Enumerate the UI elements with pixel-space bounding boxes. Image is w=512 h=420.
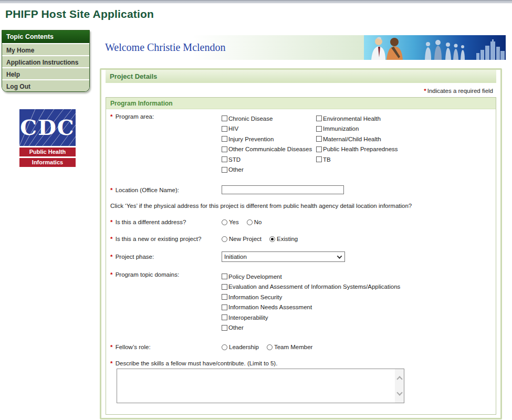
cdc-informatics-bar: Informatics [19, 158, 76, 167]
radio-new-project[interactable]: New Project [222, 236, 262, 242]
location-input[interactable] [222, 185, 344, 194]
checkbox-label: STD [228, 156, 241, 163]
required-asterisk: * [424, 88, 426, 94]
checkbox-icon[interactable] [222, 314, 227, 320]
checkbox-environmental-health[interactable]: Environmental Health [316, 113, 398, 124]
program-area-label-text: Program area: [116, 113, 154, 120]
required-field-note: *Indicates a required field [106, 83, 496, 97]
checkbox-icon[interactable] [222, 126, 227, 132]
textarea-scrollbar[interactable] [395, 369, 404, 403]
chevron-down-icon [337, 254, 342, 259]
checkbox-icon[interactable] [222, 146, 227, 152]
radio-icon[interactable] [222, 219, 227, 225]
cdc-acronym: CDC [20, 117, 75, 138]
checkbox-icon[interactable] [222, 167, 227, 173]
radio-icon[interactable] [222, 344, 227, 350]
checkbox-std[interactable]: STD [222, 154, 316, 165]
cdc-logo-blue-box: CDC [19, 109, 76, 146]
checkbox-label: Information Needs Assessment [228, 304, 312, 310]
radio-icon-selected[interactable] [269, 236, 275, 242]
location-row: * Location (Office Name): [110, 185, 344, 194]
checkbox-label: Maternal/Child Health [323, 136, 381, 142]
radio-different-address-yes[interactable]: Yes [222, 219, 239, 225]
radio-leadership[interactable]: Leadership [222, 344, 259, 350]
checkbox-hiv[interactable]: HIV [222, 124, 316, 134]
checkbox-interoperability[interactable]: Interoperability [222, 312, 400, 323]
checkbox-label: Other [228, 166, 244, 173]
checkbox-chronic-disease[interactable]: Chronic Disease [222, 113, 316, 124]
checkbox-icon[interactable] [316, 116, 322, 121]
radio-icon[interactable] [247, 219, 253, 225]
sidebar-item-my-home[interactable]: My Home [2, 43, 89, 55]
checkbox-icon[interactable] [222, 294, 227, 300]
checkbox-label: Other Communicable Diseases [228, 146, 312, 152]
program-area-label: * Program area: [110, 113, 222, 175]
checkbox-icon[interactable] [316, 136, 322, 142]
checkbox-evaluation-assessment[interactable]: Evaluation and Assessment of Information… [222, 282, 400, 292]
radio-different-address-no[interactable]: No [247, 219, 262, 225]
checkbox-policy-development[interactable]: Policy Development [222, 271, 400, 282]
checkbox-icon[interactable] [222, 284, 227, 290]
welcome-banner-gradient: Welcome Christie Mclendon [100, 35, 364, 60]
checkbox-icon[interactable] [316, 156, 322, 162]
checkbox-icon[interactable] [222, 136, 227, 142]
sidebar-item-application-instructions[interactable]: Application Instructions [2, 55, 89, 67]
checkbox-icon[interactable] [222, 274, 227, 279]
checkbox-tb[interactable]: TB [316, 154, 398, 165]
sidebar-header: Topic Contents [2, 30, 89, 43]
location-label-text: Location (Office Name): [116, 187, 179, 193]
checkbox-public-health-preparedness[interactable]: Public Health Preparedness [316, 144, 398, 155]
checkbox-maternal-child-health[interactable]: Maternal/Child Health [316, 134, 398, 144]
checkbox-icon[interactable] [222, 325, 227, 331]
checkbox-other-program-area[interactable]: Other [222, 165, 316, 175]
checkbox-label: Other [228, 324, 244, 331]
checkbox-icon[interactable] [222, 156, 227, 162]
checkbox-icon[interactable] [316, 146, 322, 152]
checkbox-immunization[interactable]: Immunization [316, 124, 398, 134]
address-note: Click ‘Yes’ if the physical address for … [110, 203, 501, 209]
radio-team-member[interactable]: Team Member [267, 344, 313, 350]
fellows-role-label: * Fellow’s role: [110, 344, 222, 350]
required-asterisk: * [110, 236, 112, 242]
radio-label: Existing [277, 236, 298, 242]
checkbox-label: Information Security [228, 294, 282, 300]
skills-textarea[interactable] [117, 369, 404, 403]
radio-label: Yes [229, 219, 239, 225]
checkbox-injury-prevention[interactable]: Injury Prevention [222, 134, 316, 144]
people-skyline-photo [364, 35, 506, 60]
checkbox-information-needs-assessment[interactable]: Information Needs Assessment [222, 302, 400, 313]
topic-domains-label-text: Program topic domains: [116, 271, 179, 278]
program-information-box: Program Information * Program area: Chro… [106, 97, 496, 415]
checkbox-label: HIV [228, 125, 238, 132]
checkbox-label: Environmental Health [323, 116, 381, 122]
project-phase-select[interactable]: Initiation [222, 251, 345, 262]
radio-icon[interactable] [267, 344, 273, 350]
checkbox-other-topic-domain[interactable]: Other [222, 323, 400, 333]
scroll-up-icon[interactable] [396, 376, 402, 382]
page-title: PHIFP Host Site Application [5, 8, 154, 20]
sidebar-item-help[interactable]: Help [2, 67, 89, 79]
checkbox-icon[interactable] [222, 304, 227, 310]
checkbox-other-communicable-diseases[interactable]: Other Communicable Diseases [222, 144, 316, 155]
required-asterisk: * [110, 271, 112, 278]
checkbox-label: Policy Development [228, 274, 282, 280]
project-phase-label-text: Project phase: [116, 254, 154, 260]
radio-label: New Project [229, 236, 262, 242]
checkbox-label: TB [323, 156, 331, 163]
checkbox-label: Injury Prevention [228, 136, 274, 142]
different-address-label: * Is this a different address? [110, 219, 222, 225]
radio-label: No [254, 219, 262, 225]
checkbox-icon[interactable] [316, 126, 322, 132]
checkbox-icon[interactable] [222, 116, 227, 121]
fellows-role-row: * Fellow’s role: Leadership Team Member [110, 344, 320, 350]
sidebar-item-log-out[interactable]: Log Out [2, 79, 89, 91]
program-area-column-2: Environmental Health Immunization Matern… [316, 113, 398, 175]
radio-icon[interactable] [222, 236, 227, 242]
scroll-down-icon[interactable] [396, 390, 402, 395]
checkbox-information-security[interactable]: Information Security [222, 292, 400, 302]
new-or-existing-label-text: Is this a new or existing project? [116, 236, 202, 242]
skills-textarea-wrapper [117, 369, 404, 403]
radio-existing[interactable]: Existing [269, 236, 298, 242]
topic-domains-list: Policy Development Evaluation and Assess… [222, 271, 400, 333]
welcome-banner: Welcome Christie Mclendon [100, 35, 506, 60]
